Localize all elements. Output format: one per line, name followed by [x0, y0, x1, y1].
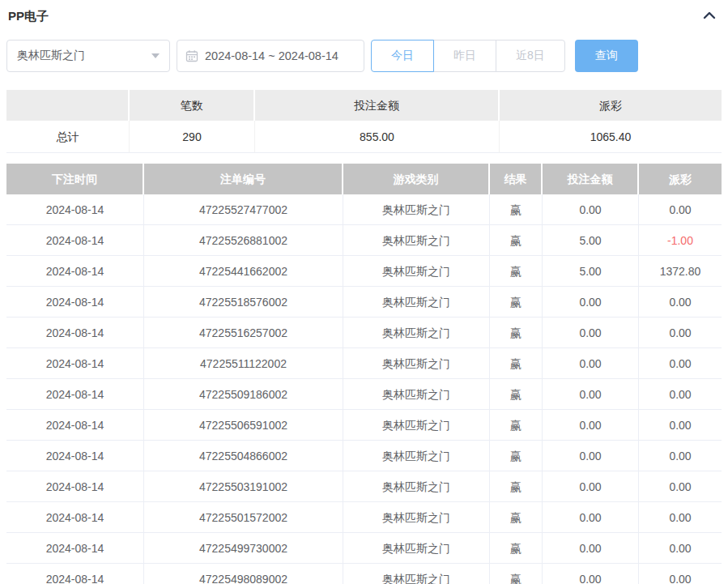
cell-game-category: 奥林匹斯之门	[343, 564, 490, 584]
cell-payout: 0.00	[639, 502, 722, 533]
cell-result: 赢	[490, 471, 543, 502]
records-header-result: 结果	[490, 164, 543, 194]
cell-result: 赢	[490, 194, 543, 225]
table-row: 2024-08-14 47225527477002 奥林匹斯之门 赢 0.00 …	[6, 194, 722, 225]
cell-bet-amount: 0.00	[543, 318, 639, 348]
cell-bet-id: 47225501572002	[144, 502, 343, 533]
cell-bet-id: 47225506591002	[144, 410, 343, 441]
summary-total-count: 290	[130, 121, 255, 153]
quick-range-button-group: 今日 昨日 近8日	[371, 40, 565, 72]
cell-bet-time: 2024-08-14	[6, 256, 144, 287]
summary-total-payout: 1065.40	[500, 121, 722, 153]
cell-game-category: 奥林匹斯之门	[343, 287, 490, 318]
cell-bet-amount: 5.00	[543, 225, 639, 256]
cell-bet-id: 47225509186002	[144, 379, 343, 410]
cell-bet-time: 2024-08-14	[6, 318, 144, 348]
cell-bet-id: 47225503191002	[144, 471, 343, 502]
cell-bet-time: 2024-08-14	[6, 194, 144, 225]
cell-payout: 0.00	[639, 318, 722, 348]
cell-result: 赢	[490, 225, 543, 256]
page-title: PP电子	[8, 9, 49, 24]
summary-table: 笔数 投注金额 派彩 总计 290 855.00 1065.40	[6, 90, 722, 153]
cell-result: 赢	[490, 533, 543, 564]
summary-total-row: 总计 290 855.00 1065.40	[6, 121, 722, 153]
cell-bet-id: 47225527477002	[144, 194, 343, 225]
table-row: 2024-08-14 47225526881002 奥林匹斯之门 赢 5.00 …	[6, 225, 722, 256]
cell-bet-time: 2024-08-14	[6, 471, 144, 502]
query-button[interactable]: 查询	[575, 40, 638, 72]
last-8-days-button[interactable]: 近8日	[496, 40, 565, 72]
cell-bet-id: 47225518576002	[144, 287, 343, 318]
cell-result: 赢	[490, 318, 543, 348]
cell-game-category: 奥林匹斯之门	[343, 533, 490, 564]
table-row: 2024-08-14 47225506591002 奥林匹斯之门 赢 0.00 …	[6, 410, 722, 441]
summary-header-payout: 派彩	[500, 90, 722, 121]
calendar-icon	[185, 49, 198, 62]
cell-bet-time: 2024-08-14	[6, 533, 144, 564]
cell-game-category: 奥林匹斯之门	[343, 441, 490, 471]
cell-result: 赢	[490, 287, 543, 318]
collapse-button[interactable]	[700, 8, 718, 25]
date-range-input[interactable]: 2024-08-14 ~ 2024-08-14	[177, 40, 364, 72]
cell-bet-id: 47225504866002	[144, 441, 343, 471]
cell-game-category: 奥林匹斯之门	[343, 225, 490, 256]
cell-bet-time: 2024-08-14	[6, 410, 144, 441]
panel-header: PP电子	[8, 8, 718, 24]
yesterday-button[interactable]: 昨日	[433, 40, 496, 72]
cell-bet-id: 47225526881002	[144, 225, 343, 256]
cell-result: 赢	[490, 441, 543, 471]
table-row: 2024-08-14 47225518576002 奥林匹斯之门 赢 0.00 …	[6, 287, 722, 318]
cell-bet-time: 2024-08-14	[6, 502, 144, 533]
cell-bet-amount: 0.00	[543, 441, 639, 471]
table-row: 2024-08-14 47225503191002 奥林匹斯之门 赢 0.00 …	[6, 471, 722, 502]
records-header-bet-id: 注单编号	[144, 164, 343, 194]
cell-bet-id: 47225516257002	[144, 318, 343, 348]
filter-controls: 奥林匹斯之门 2024-08-14 ~ 2024-08-14	[6, 40, 722, 72]
chevron-up-icon	[702, 10, 717, 23]
cell-game-category: 奥林匹斯之门	[343, 318, 490, 348]
cell-game-category: 奥林匹斯之门	[343, 194, 490, 225]
cell-bet-time: 2024-08-14	[6, 379, 144, 410]
summary-header-bet-amount: 投注金额	[255, 90, 500, 121]
cell-bet-time: 2024-08-14	[6, 564, 144, 584]
cell-result: 赢	[490, 379, 543, 410]
summary-header-empty	[6, 90, 130, 121]
cell-payout: 0.00	[639, 471, 722, 502]
cell-bet-amount: 0.00	[543, 502, 639, 533]
cell-result: 赢	[490, 410, 543, 441]
cell-payout: 0.00	[639, 194, 722, 225]
cell-result: 赢	[490, 256, 543, 287]
table-row: 2024-08-14 47225504866002 奥林匹斯之门 赢 0.00 …	[6, 441, 722, 471]
cell-result: 赢	[490, 564, 543, 584]
chevron-down-icon	[151, 53, 160, 58]
cell-result: 赢	[490, 502, 543, 533]
table-row: 2024-08-14 47225501572002 奥林匹斯之门 赢 0.00 …	[6, 502, 722, 533]
summary-header-count: 笔数	[130, 90, 255, 121]
cell-result: 赢	[490, 348, 543, 379]
cell-game-category: 奥林匹斯之门	[343, 348, 490, 379]
cell-game-category: 奥林匹斯之门	[343, 410, 490, 441]
table-row: 2024-08-14 47225516257002 奥林匹斯之门 赢 0.00 …	[6, 318, 722, 348]
records-table-body: 2024-08-14 47225527477002 奥林匹斯之门 赢 0.00 …	[6, 194, 722, 584]
cell-payout: 0.00	[639, 287, 722, 318]
records-header-bet-amount: 投注金额	[543, 164, 639, 194]
summary-total-label: 总计	[6, 121, 130, 153]
cell-payout: 0.00	[639, 441, 722, 471]
today-button[interactable]: 今日	[371, 40, 434, 72]
cell-bet-amount: 0.00	[543, 287, 639, 318]
cell-game-category: 奥林匹斯之门	[343, 256, 490, 287]
table-row: 2024-08-14 47225509186002 奥林匹斯之门 赢 0.00 …	[6, 379, 722, 410]
table-row: 2024-08-14 47225499730002 奥林匹斯之门 赢 0.00 …	[6, 533, 722, 564]
pp-dianzi-panel: PP电子 奥林匹斯之门	[0, 0, 728, 584]
summary-total-bet-amount: 855.00	[255, 121, 500, 153]
records-table-header: 下注时间 注单编号 游戏类别 结果 投注金额 派彩	[6, 164, 722, 194]
game-select[interactable]: 奥林匹斯之门	[6, 40, 170, 72]
records-header-bet-time: 下注时间	[6, 164, 144, 194]
records-header-game-category: 游戏类别	[343, 164, 490, 194]
cell-bet-amount: 0.00	[543, 348, 639, 379]
cell-payout: 0.00	[639, 410, 722, 441]
summary-table-header: 笔数 投注金额 派彩	[6, 90, 722, 121]
cell-payout: 0.00	[639, 379, 722, 410]
cell-bet-amount: 0.00	[543, 471, 639, 502]
records-table: 下注时间 注单编号 游戏类别 结果 投注金额 派彩 2024-08-14 472…	[6, 164, 722, 584]
